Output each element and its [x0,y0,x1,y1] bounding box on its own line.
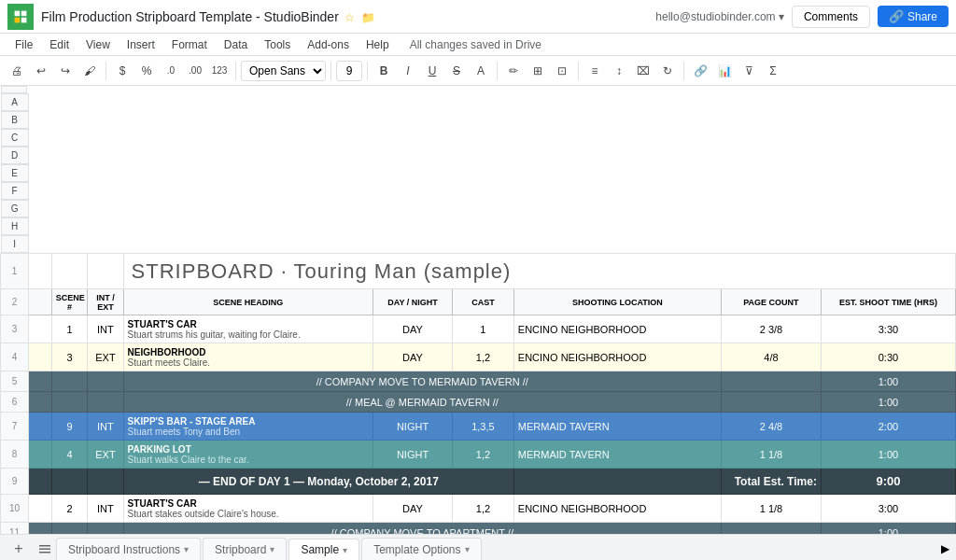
cell-7i-shoottime[interactable]: 2:00 [821,413,955,441]
cell-8d-heading[interactable]: PARKING LOTStuart walks Claire to the ca… [123,441,373,469]
more-formats-button[interactable]: 123 [208,60,231,82]
tab-dropdown-icon[interactable]: ▾ [343,545,347,555]
cell-9g[interactable] [513,469,721,495]
merge-button[interactable]: ⊡ [551,60,573,82]
menu-addons[interactable]: Add-ons [300,36,357,53]
paint-format-button[interactable]: 🖌 [78,60,101,82]
tab-dropdown-icon[interactable]: ▾ [184,544,189,554]
italic-button[interactable]: I [397,60,419,82]
add-sheet-button[interactable]: + [7,538,30,560]
cell-7f-cast[interactable]: 1,3,5 [453,413,514,441]
cell-6d-meal[interactable]: // MEAL @ MERMAID TAVERN // [123,392,721,413]
menu-tools[interactable]: Tools [257,36,298,53]
decimal-inc-button[interactable]: .00 [184,60,206,82]
cell-7e-daynight[interactable]: NIGHT [373,413,453,441]
cell-9c[interactable] [88,469,123,495]
cell-1a[interactable] [29,254,52,289]
cell-10i-shoottime[interactable]: 3:00 [821,495,955,523]
cell-4f-cast[interactable]: 1,2 [453,343,514,371]
tab-sample[interactable]: Sample ▾ [288,539,359,560]
cell-10f-cast[interactable]: 1,2 [453,495,514,523]
borders-button[interactable]: ⊞ [527,60,549,82]
functions-button[interactable]: Σ [762,60,784,82]
tab-dropdown-icon[interactable]: ▾ [465,544,470,554]
cell-8c-intext[interactable]: EXT [88,441,123,469]
cell-3f-cast[interactable]: 1 [453,315,514,343]
cell-4h-pagecount[interactable]: 4/8 [721,343,821,371]
cell-5c[interactable] [88,371,123,392]
cell-5a[interactable] [29,371,52,392]
cell-6h[interactable] [721,392,821,413]
undo-button[interactable]: ↩ [30,60,52,82]
cell-8f-cast[interactable]: 1,2 [453,441,514,469]
wrap-button[interactable]: ⌧ [632,60,654,82]
share-button[interactable]: 🔗 Share [878,6,949,27]
cell-7g-location[interactable]: MERMAID TAVERN [513,413,721,441]
cell-7b-scene[interactable]: 9 [51,413,87,441]
tab-stripboard-instructions[interactable]: Stripboard Instructions ▾ [56,538,201,560]
folder-icon[interactable]: 📁 [361,11,375,24]
cell-10b-scene[interactable]: 2 [51,495,87,523]
font-name-select[interactable]: Open Sans [241,61,326,81]
cell-6i-time[interactable]: 1:00 [821,392,955,413]
chart-button[interactable]: 📊 [713,60,736,82]
cell-5i-time[interactable]: 1:00 [821,371,955,392]
menu-insert[interactable]: Insert [120,36,162,53]
cell-3i-shoottime[interactable]: 3:30 [821,315,955,343]
cell-9a[interactable] [29,469,52,495]
cell-5b[interactable] [51,371,87,392]
cell-10h-pagecount[interactable]: 1 1/8 [721,495,821,523]
cell-3e-daynight[interactable]: DAY [373,315,453,343]
menu-help[interactable]: Help [358,36,397,53]
cell-5d-move[interactable]: // COMPANY MOVE TO MERMAID TAVERN // [123,371,721,392]
cell-3d-heading[interactable]: STUART'S CARStuart strums his guitar, wa… [123,315,373,343]
menu-format[interactable]: Format [164,36,215,53]
cell-9i-totaltime[interactable]: 9:00 [821,469,955,495]
cell-8b-scene[interactable]: 4 [51,441,87,469]
cell-5h[interactable] [721,371,821,392]
cell-6a[interactable] [29,392,52,413]
cell-3c-intext[interactable]: INT [88,315,123,343]
cell-7a[interactable] [29,413,52,441]
cell-8e-daynight[interactable]: NIGHT [373,441,453,469]
cell-7c-intext[interactable]: INT [88,413,123,441]
percent-button[interactable]: % [135,60,158,82]
menu-file[interactable]: File [7,36,40,53]
cell-10c-intext[interactable]: INT [88,495,123,523]
cell-11a[interactable] [29,523,52,535]
cell-3g-location[interactable]: ENCINO NEIGHBORHOOD [513,315,721,343]
cell-1d-title[interactable]: STRIPBOARD · Touring Man (sample) [123,254,955,289]
cell-6b[interactable] [51,392,87,413]
cell-4c-intext[interactable]: EXT [88,343,123,371]
print-button[interactable]: 🖨 [6,60,28,82]
cell-3h-pagecount[interactable]: 2 3/8 [721,315,821,343]
cell-11d-move[interactable]: // COMPANY MOVE TO APARTMENT // [123,523,721,535]
font-size-input[interactable] [336,61,362,81]
cell-8i-shoottime[interactable]: 1:00 [821,441,955,469]
redo-button[interactable]: ↪ [54,60,77,82]
cell-8a[interactable] [29,441,52,469]
cell-4g-location[interactable]: ENCINO NEIGHBORHOOD [513,343,721,371]
bold-button[interactable]: B [373,60,395,82]
align-v-button[interactable]: ↕ [608,60,630,82]
cell-10g-location[interactable]: ENCINO NEIGHBORHOOD [513,495,721,523]
cell-10d-heading[interactable]: STUART'S CARStuart stakes outside Claire… [123,495,373,523]
cell-6c[interactable] [88,392,123,413]
cell-11h[interactable] [721,523,821,535]
cell-1b[interactable] [51,254,87,289]
cell-4d-heading[interactable]: NEIGHBORHOODStuart meets Claire. [123,343,373,371]
text-color-button[interactable]: A [470,60,492,82]
tab-template-options[interactable]: Template Options ▾ [361,538,481,560]
cell-8g-location[interactable]: MERMAID TAVERN [513,441,721,469]
cell-7d-heading[interactable]: SKIPP'S BAR - STAGE AREAStuart meets Ton… [123,413,373,441]
currency-button[interactable]: $ [111,60,134,82]
strikethrough-button[interactable]: S [445,60,468,82]
tab-stripboard[interactable]: Stripboard ▾ [203,538,287,560]
cell-10a[interactable] [29,495,52,523]
cell-11b[interactable] [51,523,87,535]
cell-7h-pagecount[interactable]: 2 4/8 [721,413,821,441]
underline-button[interactable]: U [421,60,443,82]
cell-9d-endday[interactable]: — END OF DAY 1 — Monday, October 2, 2017 [123,469,513,495]
cell-8h-pagecount[interactable]: 1 1/8 [721,441,821,469]
menu-edit[interactable]: Edit [42,36,77,53]
